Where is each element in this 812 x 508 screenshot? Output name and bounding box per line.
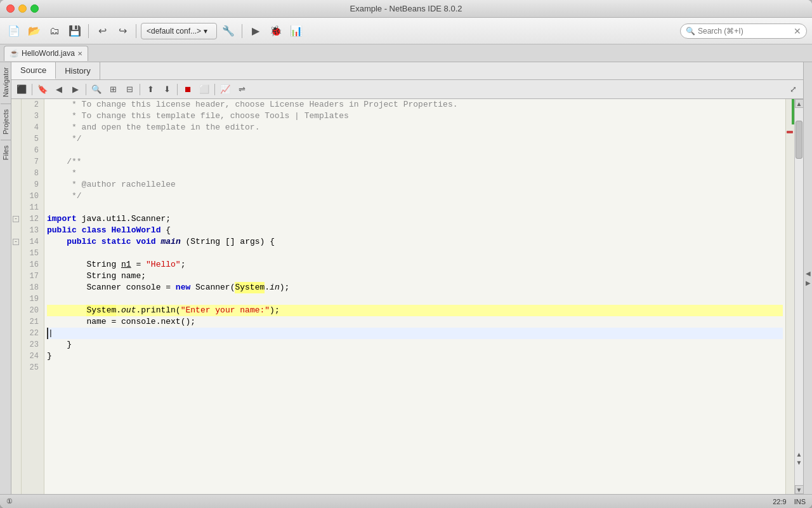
fold-toggle-12[interactable]: - xyxy=(13,216,19,222)
scroll-down-button[interactable]: ▼ xyxy=(795,485,804,494)
fold-line-22 xyxy=(13,328,20,339)
vertical-scrollbar[interactable]: ▲ ▲ ▼ ▼ xyxy=(794,99,803,494)
fold-line-19 xyxy=(13,293,20,305)
status-indicator: ① xyxy=(6,497,13,505)
scroll-nav-down[interactable]: ▼ xyxy=(796,459,802,466)
back-icon: ⬛ xyxy=(16,84,27,94)
line-num-12: 12 xyxy=(27,213,39,225)
fold-line-12[interactable]: - xyxy=(13,213,20,225)
line-num-11: 11 xyxy=(27,202,39,213)
next-bookmark-button[interactable]: ▶ xyxy=(68,82,83,97)
scroll-nav-group: ▲ ▼ xyxy=(796,451,802,466)
run-config-dropdown[interactable]: <default conf...> ▾ xyxy=(141,23,217,39)
editor-toolbar: ⬛ 🔖 ◀ ▶ 🔍 ⊞ xyxy=(11,80,803,99)
prev-bookmark-button[interactable]: ◀ xyxy=(51,82,67,97)
tab-history[interactable]: History xyxy=(56,62,100,79)
line-num-24: 24 xyxy=(27,351,39,362)
maximize-icon: ⤢ xyxy=(790,84,797,94)
undo-icon: ↩ xyxy=(98,25,107,37)
pause-button[interactable]: ⬜ xyxy=(197,82,212,97)
toggle-fold-button[interactable]: ⊞ xyxy=(105,82,121,97)
debug-button[interactable]: 🐞 xyxy=(267,22,285,40)
open-project-button[interactable]: 📂 xyxy=(25,22,43,40)
code-line-18: Scanner console = new Scanner(System.in)… xyxy=(47,282,783,293)
collapse-right-icon[interactable]: ▶ xyxy=(806,279,811,286)
save-button[interactable]: 💾 xyxy=(66,22,84,40)
code-content[interactable]: * To change this license header, choose … xyxy=(44,99,785,494)
expand-right-icon[interactable]: ◀ xyxy=(806,270,811,277)
fold-line-24 xyxy=(13,351,20,362)
tab-source[interactable]: Source xyxy=(11,62,56,79)
window-title: Example - NetBeans IDE 8.0.2 xyxy=(350,4,462,13)
tab-close-button[interactable]: ✕ xyxy=(77,50,82,57)
code-line-22[interactable]: | xyxy=(47,328,783,339)
fold-line-16 xyxy=(13,259,20,271)
find-usages-button[interactable]: 🔍 xyxy=(89,82,104,97)
code-editor-wrapper: - - xyxy=(11,99,794,494)
files-label[interactable]: Files xyxy=(1,142,11,164)
scroll-thumb[interactable] xyxy=(796,121,802,159)
build-button[interactable]: 🔧 xyxy=(219,22,237,40)
text-cursor: | xyxy=(47,328,53,339)
fold-line-21 xyxy=(13,316,20,328)
fold-line-5 xyxy=(13,133,20,145)
redo-button[interactable]: ↪ xyxy=(114,22,131,40)
open-file-icon: 🗂 xyxy=(49,25,60,37)
search-clear-button[interactable]: ✕ xyxy=(794,26,801,36)
ed-sep-3 xyxy=(140,84,140,95)
toggle-bookmarks-button[interactable]: 🔖 xyxy=(35,82,50,97)
profile-button[interactable]: 📊 xyxy=(287,22,305,40)
undo-button[interactable]: ↩ xyxy=(93,22,111,40)
fold-toggle-14[interactable]: - xyxy=(13,239,19,245)
close-button[interactable] xyxy=(6,4,15,13)
move-down-icon: ⬇ xyxy=(164,84,171,94)
debug-icon: 🐞 xyxy=(270,25,282,37)
maximize-button[interactable] xyxy=(30,4,39,13)
statusbar-right: 22:9 INS xyxy=(773,498,806,505)
ed-sep-5 xyxy=(214,84,215,95)
search-box[interactable]: 🔍 ✕ xyxy=(680,23,807,39)
new-file-button[interactable]: 📄 xyxy=(5,22,23,40)
search-input[interactable] xyxy=(698,27,791,36)
code-line-6 xyxy=(47,145,783,156)
separator-3 xyxy=(242,24,242,38)
move-up-button[interactable]: ⬆ xyxy=(143,82,158,97)
file-tab-helloworld[interactable]: ☕ HelloWorld.java ✕ xyxy=(4,46,88,61)
stop-button[interactable]: ⏹ xyxy=(180,82,195,97)
maximize-editor-button[interactable]: ⤢ xyxy=(785,82,801,97)
fold-line-14[interactable]: - xyxy=(13,236,20,248)
run-config-label: <default conf...> xyxy=(147,27,201,36)
prev-bookmark-icon: ◀ xyxy=(56,84,62,94)
fold-line-9 xyxy=(13,179,20,190)
move-down-button[interactable]: ⬇ xyxy=(159,82,174,97)
minimize-button[interactable] xyxy=(18,4,27,13)
open-file-button[interactable]: 🗂 xyxy=(46,22,63,40)
code-line-16: String n1 = "Hello"; xyxy=(47,259,783,271)
traffic-lights xyxy=(6,4,39,13)
code-line-3: * To change this template file, choose T… xyxy=(47,110,783,122)
code-line-17: String name; xyxy=(47,271,783,282)
line-num-2: 2 xyxy=(27,99,39,110)
scroll-track[interactable]: ▲ ▼ xyxy=(795,108,803,485)
navigator-label[interactable]: Navigator xyxy=(1,62,11,102)
error-mark-1[interactable] xyxy=(787,131,793,133)
scroll-nav-up[interactable]: ▲ xyxy=(796,451,802,458)
cursor-position: 22:9 xyxy=(773,498,786,505)
projects-label[interactable]: Projects xyxy=(1,105,11,138)
stop-icon: ⏹ xyxy=(184,84,192,94)
fold-line-3 xyxy=(13,110,20,122)
expand-fold-button[interactable]: ⊟ xyxy=(122,82,137,97)
scroll-up-button[interactable]: ▲ xyxy=(795,99,804,108)
metrics-button[interactable]: 📈 xyxy=(218,82,233,97)
code-area[interactable]: - - xyxy=(11,99,794,494)
run-button[interactable]: ▶ xyxy=(247,22,265,40)
fold-line-25 xyxy=(13,362,20,373)
code-line-21: name = console.next(); xyxy=(47,316,783,328)
line-num-14: 14 xyxy=(27,236,39,248)
line-num-18: 18 xyxy=(27,282,39,293)
go-back-button[interactable]: ⬛ xyxy=(14,82,29,97)
tab-source-label: Source xyxy=(20,65,46,75)
diff-button[interactable]: ⇌ xyxy=(234,82,249,97)
navigator-panel: Navigator Projects Files xyxy=(0,62,11,494)
next-bookmark-icon: ▶ xyxy=(72,84,79,94)
